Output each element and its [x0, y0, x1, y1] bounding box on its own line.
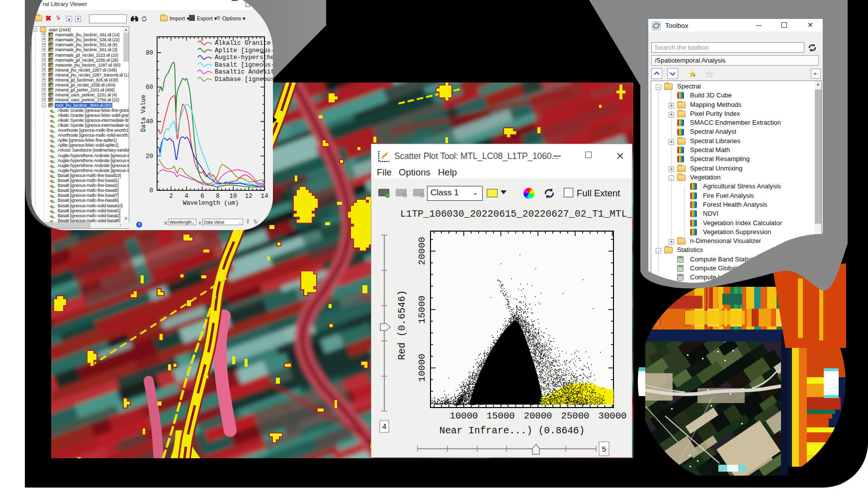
svg-text:Basaltic Andesite [ig: Basaltic Andesite [ig: [215, 69, 273, 76]
svg-text:Data Value: Data Value: [140, 94, 147, 132]
svg-text:Diabase [igneous-mafi: Diabase [igneous-mafi: [215, 76, 273, 83]
svg-text:0: 0: [149, 187, 153, 194]
svg-text:5: 5: [602, 446, 606, 454]
svg-text:14: 14: [260, 193, 268, 200]
svg-text:80: 80: [146, 50, 153, 57]
svg-text:2: 2: [169, 193, 173, 200]
svg-text:60: 60: [146, 84, 153, 91]
svg-text:4: 4: [382, 423, 386, 431]
svg-text:10: 10: [229, 193, 237, 200]
svg-text:Alkalic Granite [igne: Alkalic Granite [igne: [215, 40, 273, 47]
svg-text:20: 20: [146, 153, 153, 160]
svg-text:6: 6: [200, 193, 204, 200]
svg-text:12: 12: [245, 193, 252, 200]
svg-text:Aplite [igneous-felsi: Aplite [igneous-felsi: [215, 47, 273, 54]
svg-text:Basalt [igneous-mafic: Basalt [igneous-mafic: [215, 62, 273, 69]
svg-text:Augite-hypersthene An: Augite-hypersthene An: [215, 54, 273, 61]
svg-text:8: 8: [216, 193, 220, 200]
svg-text:4: 4: [184, 193, 188, 200]
svg-text:Wavelength (um): Wavelength (um): [183, 200, 239, 207]
